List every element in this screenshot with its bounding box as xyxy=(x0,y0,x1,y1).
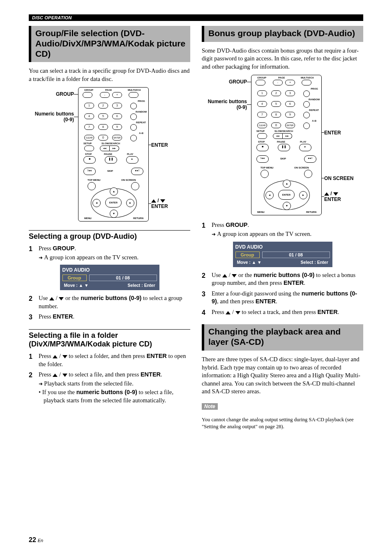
section-title-bonus: Bonus group playback (DVD-Audio) xyxy=(202,26,363,42)
stop-button-icon: ■ xyxy=(83,156,96,164)
group-button-icon xyxy=(83,92,92,98)
step-2: 2 Use / or the numeric buttons (0-9) to … xyxy=(29,294,190,310)
num-0-icon: 0 xyxy=(271,122,281,128)
num-1-icon: 1 xyxy=(257,90,267,96)
osd-dvd-audio-right: DVD AUDIO Group 01 / 08 Move : ▲ ▼ Selec… xyxy=(233,242,332,267)
step-result: A group icon appears on the TV screen. xyxy=(212,230,363,238)
osd-title: DVD AUDIO xyxy=(235,244,330,250)
osd-hint-select: Select : Enter xyxy=(300,260,328,265)
right-column: Bonus group playback (DVD-Audio) Some DV… xyxy=(202,26,363,436)
osd-label: Group xyxy=(235,252,260,258)
step-3: 3 Press ENTER. xyxy=(29,313,190,322)
page-number: 22 En xyxy=(29,536,43,544)
up-icon xyxy=(151,199,156,203)
dpad-left-icon: ◂ xyxy=(92,199,101,207)
num-6-icon: 6 xyxy=(285,101,295,107)
osd-value: 01 / 08 xyxy=(262,252,330,258)
repeat-button-icon xyxy=(130,124,137,131)
dpad-icon: ▴ ▾ ◂ ▸ ENTER xyxy=(91,188,136,217)
slow-fwd-icon: ▸▸ xyxy=(110,145,119,151)
num-5-icon: 5 xyxy=(271,101,281,107)
osd-value: 01 / 08 xyxy=(89,275,157,281)
num-9-icon: 9 xyxy=(112,124,122,130)
random-button-icon xyxy=(303,101,310,108)
num-0-icon: 0 xyxy=(98,135,108,141)
page-plus-icon: + xyxy=(285,80,295,85)
clear-button-icon: CLEAR xyxy=(84,135,94,141)
prog-button-icon xyxy=(130,103,137,109)
num-8-icon: 8 xyxy=(271,112,281,118)
random-button-icon xyxy=(130,113,137,120)
file-step-1: 1 Press / to select a folder, and then p… xyxy=(29,352,190,368)
dpad-up-icon: ▴ xyxy=(110,187,118,196)
up-icon xyxy=(324,192,329,196)
page-minus-icon: - xyxy=(100,92,110,98)
section-title-sacd: Changing the playback area and layer (SA… xyxy=(202,324,363,351)
down-icon xyxy=(232,274,237,277)
num-3-icon: 3 xyxy=(285,90,295,96)
step-1: 1 Press GROUP. A group icon appears on t… xyxy=(29,245,190,262)
step-result: A group icon appears on the TV screen. xyxy=(39,254,190,262)
enter-button-icon: ENTER xyxy=(285,122,295,128)
label-group: GROUP xyxy=(29,91,74,97)
topmenu-button-icon xyxy=(261,170,269,178)
subhead-selecting-file: Selecting a file in a folder (DivX/MP3/W… xyxy=(29,329,190,349)
down-icon xyxy=(333,192,338,196)
dpad-right-icon: ▸ xyxy=(126,199,134,207)
section-title-left: Group/File selection (DVD-Audio/DivX/MP3… xyxy=(29,26,190,62)
play-button-icon: ▸ xyxy=(126,156,138,164)
num-4-icon: 4 xyxy=(84,113,94,119)
page-minus-icon: - xyxy=(273,80,283,85)
osd-hint-move: Move : ▲ ▼ xyxy=(64,283,89,288)
step-note: If you use the numeric buttons (0-9) to … xyxy=(39,388,190,404)
dpad-right-icon: ▸ xyxy=(299,191,307,199)
play-button-icon: ▸ xyxy=(299,144,311,151)
up-icon xyxy=(49,297,54,300)
remote-diagram-left: GROUP Numeric buttons (0-9) ENTER / ENTE… xyxy=(29,87,190,223)
bonus-step-4: 4 Press / to select a track, and then pr… xyxy=(202,308,363,317)
intro-sacd: There are three types of SA-CD discs: si… xyxy=(202,355,363,396)
skip-prev-icon: I◂◂ xyxy=(256,155,269,163)
left-column: Group/File selection (DVD-Audio/DivX/MP3… xyxy=(29,26,190,436)
label-numeric: Numeric buttons (0-9) xyxy=(29,111,74,122)
up-icon xyxy=(226,311,231,314)
group-button-icon xyxy=(256,80,265,85)
pause-button-icon: ❚❚ xyxy=(278,144,290,151)
remote-body: GROUP PAGE MULTI/2CH - + PROG RANDOM REP… xyxy=(78,87,149,222)
slow-fwd-icon: ▸▸ xyxy=(283,133,292,139)
manual-page: DISC OPERATION Group/File selection (DVD… xyxy=(0,0,392,554)
dpad-enter-icon: ENTER xyxy=(278,190,295,200)
clear-button-icon: CLEAR xyxy=(257,122,267,128)
num-6-icon: 6 xyxy=(112,113,122,119)
dpad-down-icon: ▾ xyxy=(110,210,118,218)
onscreen-button-icon xyxy=(304,170,312,178)
multi-button-icon xyxy=(129,92,138,98)
bonus-step-1: 1 Press GROUP. A group icon appears on t… xyxy=(202,221,363,239)
num-3-icon: 3 xyxy=(112,103,122,108)
dpad-enter-icon: ENTER xyxy=(105,198,122,208)
osd-hint-move: Move : ▲ ▼ xyxy=(237,260,262,265)
num-4-icon: 4 xyxy=(257,101,267,107)
slow-rev-icon: ◂◂ xyxy=(273,133,283,139)
note-label: Note xyxy=(202,403,218,410)
repeat-button-icon xyxy=(303,112,310,118)
multi-button-icon xyxy=(302,80,311,85)
down-icon xyxy=(160,199,165,203)
up-icon xyxy=(222,274,227,277)
osd-label: Group xyxy=(62,275,87,281)
label-enter: ENTER xyxy=(151,142,168,148)
num-7-icon: 7 xyxy=(257,112,267,118)
osd-title: DVD AUDIO xyxy=(62,267,157,273)
num-1-icon: 1 xyxy=(84,103,94,108)
down-icon xyxy=(235,311,240,314)
num-5-icon: 5 xyxy=(98,113,108,119)
label-arrows-enter: / ENTER xyxy=(151,198,168,209)
num-2-icon: 2 xyxy=(271,90,281,96)
label-arrows-enter: / ENTER xyxy=(324,191,341,202)
dpad-down-icon: ▾ xyxy=(283,202,291,210)
num-9-icon: 9 xyxy=(285,112,295,118)
setup-button-icon xyxy=(84,145,94,151)
note-text: You cannot change the analog output sett… xyxy=(202,416,363,430)
down-icon xyxy=(62,355,67,358)
remote-body: GROUP PAGE MULTI/2CH - + PROG RANDOM REP… xyxy=(251,75,322,215)
